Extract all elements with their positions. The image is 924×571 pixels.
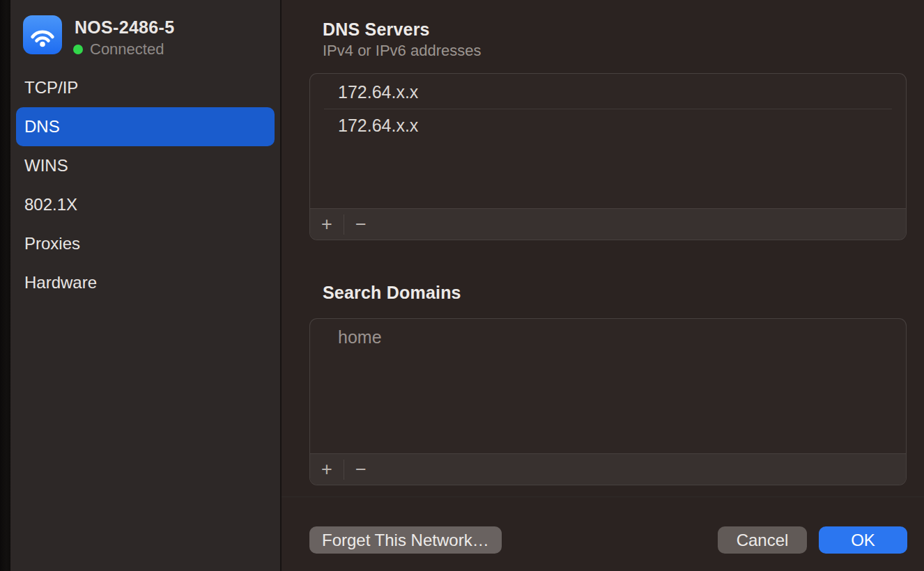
network-name: NOS-2486-5 — [75, 17, 174, 38]
sidebar: NOS-2486-5 Connected TCP/IP DNS WINS 802… — [10, 0, 280, 571]
forget-network-button[interactable]: Forget This Network… — [309, 526, 502, 554]
dns-servers-footer: + − — [310, 208, 906, 240]
search-domains-rows: home — [310, 319, 906, 354]
connected-status-dot — [73, 45, 83, 54]
search-domains-title: Search Domains — [323, 283, 461, 303]
dns-servers-rows: 172.64.x.x 172.64.x.x — [310, 74, 906, 142]
sidebar-item-hardware[interactable]: Hardware — [16, 263, 275, 302]
dns-servers-list: 172.64.x.x 172.64.x.x + − — [309, 73, 907, 240]
footer-separator — [282, 496, 924, 497]
dns-server-row[interactable]: 172.64.x.x — [310, 76, 906, 109]
sidebar-item-8021x[interactable]: 802.1X — [16, 185, 275, 224]
dns-remove-button minus-icon[interactable]: − — [344, 209, 378, 240]
sidebar-item-proxies[interactable]: Proxies — [16, 224, 275, 263]
window-edge — [0, 0, 10, 571]
search-remove-button minus-icon[interactable]: − — [344, 454, 378, 485]
search-domain-row[interactable]: home — [310, 321, 906, 354]
sidebar-nav: TCP/IP DNS WINS 802.1X Proxies Hardware — [10, 68, 280, 302]
search-domains-footer: + − — [310, 453, 906, 485]
wifi-icon — [23, 15, 62, 54]
connection-status-label: Connected — [90, 40, 164, 58]
sidebar-item-dns[interactable]: DNS — [16, 107, 275, 146]
dns-servers-subtitle: IPv4 or IPv6 addresses — [323, 42, 481, 60]
cancel-button[interactable]: Cancel — [718, 526, 807, 554]
ok-button[interactable]: OK — [819, 526, 907, 554]
sidebar-item-wins[interactable]: WINS — [16, 146, 275, 185]
search-add-button plus-icon[interactable]: + — [310, 454, 344, 485]
connection-status: Connected — [73, 40, 164, 58]
search-domains-list: home + − — [309, 318, 907, 485]
dns-add-button plus-icon[interactable]: + — [310, 209, 344, 240]
dns-server-row[interactable]: 172.64.x.x — [310, 109, 906, 142]
dns-servers-title: DNS Servers — [323, 19, 430, 40]
sidebar-item-tcpip[interactable]: TCP/IP — [16, 68, 275, 107]
main-panel: DNS Servers IPv4 or IPv6 addresses 172.6… — [282, 0, 924, 571]
